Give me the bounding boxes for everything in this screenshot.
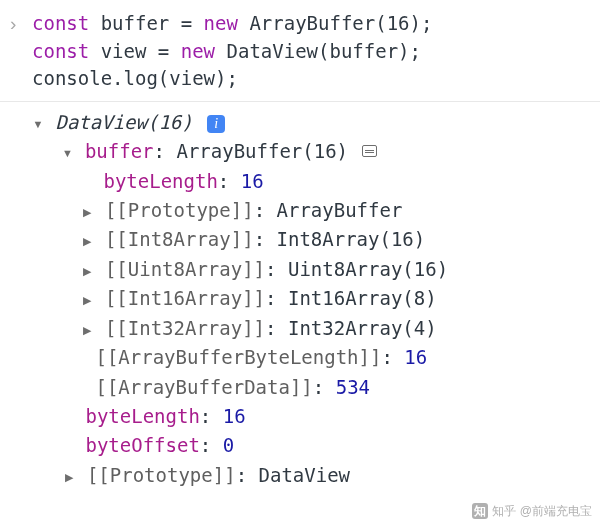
int8array-row[interactable]: [[Int8Array]]: Int8Array(16) <box>32 225 600 254</box>
expand-toggle-icon[interactable] <box>81 263 93 280</box>
zhihu-logo-icon: 知 <box>472 503 488 519</box>
code-line-1: const buffer = new ArrayBuffer(16); <box>32 10 600 38</box>
expand-toggle-icon[interactable] <box>61 145 73 162</box>
code-line-2: const view = new DataView(buffer); <box>32 38 600 66</box>
prompt-chevron-icon: › <box>10 10 16 38</box>
expand-toggle-icon[interactable] <box>81 233 93 250</box>
arraybuffer-bytelength-row[interactable]: [[ArrayBufferByteLength]]: 16 <box>32 343 600 372</box>
arraybuffer-data-row[interactable]: [[ArrayBufferData]]: 534 <box>32 373 600 402</box>
prop-value: Int8Array(16) <box>277 228 426 250</box>
int16array-row[interactable]: [[Int16Array]]: Int16Array(8) <box>32 284 600 313</box>
buffer-bytelength-row[interactable]: byteLength: 16 <box>32 167 600 196</box>
console-input: › const buffer = new ArrayBuffer(16); co… <box>0 10 600 102</box>
prop-value: 16 <box>241 170 264 192</box>
prop-key: [[Int16Array]] <box>105 287 265 309</box>
prop-value: 16 <box>223 405 246 427</box>
int32array-row[interactable]: [[Int32Array]]: Int32Array(4) <box>32 314 600 343</box>
prop-value: 16 <box>404 346 427 368</box>
expand-toggle-icon[interactable] <box>63 469 75 486</box>
prop-key: [[ArrayBufferByteLength]] <box>95 346 381 368</box>
prop-key: byteOffset <box>85 434 199 456</box>
prop-value: Int16Array(8) <box>288 287 437 309</box>
prop-value: Uint8Array(16) <box>288 258 448 280</box>
expand-toggle-icon[interactable] <box>32 116 44 133</box>
prop-key: byteLength <box>103 170 217 192</box>
prop-key: [[ArrayBufferData]] <box>95 376 312 398</box>
result-root-row[interactable]: DataView(16) i <box>32 108 600 137</box>
code-line-3: console.log(view); <box>32 65 600 93</box>
expand-toggle-icon[interactable] <box>81 204 93 221</box>
prop-key: [[Int8Array]] <box>105 228 254 250</box>
expand-toggle-icon[interactable] <box>81 322 93 339</box>
prop-key: [[Uint8Array]] <box>105 258 265 280</box>
console-output: DataView(16) i buffer: ArrayBuffer(16) b… <box>0 102 600 491</box>
prototype-arraybuffer-row[interactable]: [[Prototype]]: ArrayBuffer <box>32 196 600 225</box>
prop-value: ArrayBuffer <box>277 199 403 221</box>
prop-key: [[Prototype]] <box>105 199 254 221</box>
info-icon[interactable]: i <box>207 115 225 133</box>
prop-key: buffer <box>85 140 154 162</box>
watermark: 知知乎 @前端充电宝 <box>472 503 592 520</box>
buffer-row[interactable]: buffer: ArrayBuffer(16) <box>32 137 600 166</box>
result-root-label: DataView(16) <box>55 111 192 133</box>
prop-key: [[Int32Array]] <box>105 317 265 339</box>
prop-value: 534 <box>336 376 370 398</box>
prop-key: byteLength <box>85 405 199 427</box>
prop-value: Int32Array(4) <box>288 317 437 339</box>
memory-icon[interactable] <box>362 145 377 157</box>
prop-value: DataView <box>259 464 351 486</box>
prop-value: ArrayBuffer(16) <box>176 140 348 162</box>
prototype-dataview-row[interactable]: [[Prototype]]: DataView <box>32 461 600 490</box>
uint8array-row[interactable]: [[Uint8Array]]: Uint8Array(16) <box>32 255 600 284</box>
byteoffset-row[interactable]: byteOffset: 0 <box>32 431 600 460</box>
expand-toggle-icon[interactable] <box>81 292 93 309</box>
bytelength-row[interactable]: byteLength: 16 <box>32 402 600 431</box>
prop-key: [[Prototype]] <box>87 464 236 486</box>
prop-value: 0 <box>223 434 234 456</box>
